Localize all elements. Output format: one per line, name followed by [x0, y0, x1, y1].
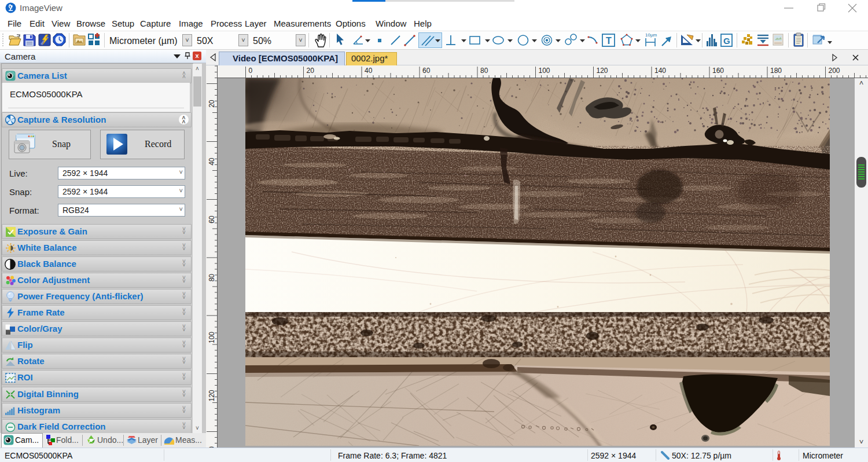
- svg-text:120: 120: [597, 67, 608, 75]
- svg-text:140: 140: [654, 67, 666, 75]
- svg-text:100: 100: [539, 67, 550, 75]
- svg-text:T: T: [606, 36, 612, 46]
- svg-text:80: 80: [480, 67, 488, 75]
- svg-text:G: G: [723, 36, 730, 46]
- svg-text:200: 200: [829, 67, 840, 75]
- svg-text:180: 180: [770, 67, 782, 75]
- svg-text:100: 100: [208, 332, 216, 343]
- svg-text:20: 20: [208, 100, 216, 108]
- svg-text:80: 80: [208, 274, 216, 282]
- svg-text:40: 40: [208, 157, 216, 166]
- svg-text:160: 160: [712, 67, 724, 75]
- svg-text:20: 20: [307, 67, 315, 75]
- svg-text:0: 0: [249, 67, 253, 75]
- svg-text:40: 40: [365, 67, 373, 75]
- svg-text:60: 60: [208, 215, 216, 223]
- svg-text:10µm: 10µm: [645, 32, 657, 38]
- svg-text:120: 120: [208, 390, 216, 401]
- svg-text:60: 60: [422, 67, 431, 75]
